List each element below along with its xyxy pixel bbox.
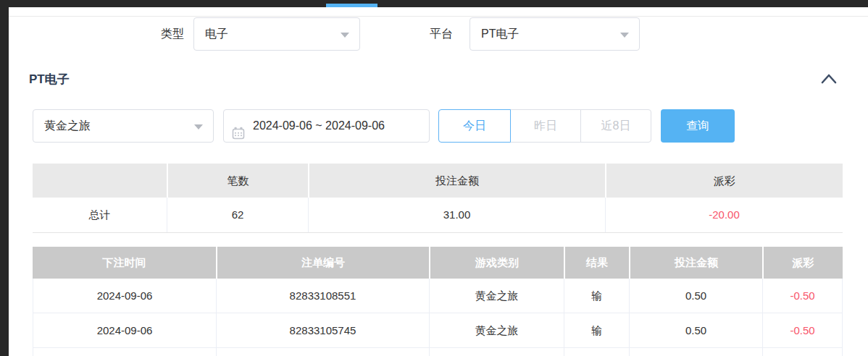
summary-table: 笔数 投注金额 派彩 总计 62 31.00 -20.00 — [33, 164, 843, 233]
detail-header-amount: 投注金额 — [629, 247, 762, 279]
summary-header-count: 笔数 — [167, 164, 308, 198]
detail-header-row: 下注时间 注单编号 游戏类别 结果 投注金额 派彩 — [33, 247, 843, 279]
summary-total-label: 总计 — [33, 198, 167, 232]
cell-result: 输 — [564, 279, 629, 313]
page: 类型 电子 平台 PT电子 PT电子 黄金之旅 — [0, 0, 868, 356]
game-select[interactable]: 黄金之旅 — [33, 109, 214, 143]
cell-bet-time: 2024-09-06 — [33, 279, 216, 313]
summary-total-row: 总计 62 31.00 -20.00 — [33, 198, 843, 233]
cell-payout: -0.50 — [762, 313, 843, 347]
detail-header-payout: 派彩 — [762, 247, 843, 279]
type-select-value: 电子 — [205, 27, 228, 40]
detail-table: 下注时间 注单编号 游戏类别 结果 投注金额 派彩 2024-09-06 828… — [33, 247, 843, 356]
cell-bet-id: 82833105745 — [216, 313, 429, 347]
date-range-value: 2024-09-06 ~ 2024-09-06 — [253, 119, 385, 132]
table-row-partial — [33, 348, 843, 356]
cell-amount: 0.50 — [629, 279, 762, 313]
table-row: 2024-09-06 82833108551 黄金之旅 输 0.50 -0.50 — [33, 279, 843, 313]
yesterday-button[interactable]: 昨日 — [510, 109, 581, 143]
collapse-chevron-icon[interactable] — [820, 72, 838, 85]
cell-payout: -0.50 — [762, 279, 843, 313]
type-select[interactable]: 电子 — [193, 17, 360, 51]
last8days-button[interactable]: 近8日 — [580, 109, 651, 143]
chevron-down-icon — [194, 124, 203, 130]
cell-bet-id: 82833108551 — [216, 279, 429, 313]
summary-total-count: 62 — [167, 198, 308, 232]
summary-header-row: 笔数 投注金额 派彩 — [33, 164, 843, 198]
detail-header-time: 下注时间 — [33, 247, 216, 279]
cell-amount: 0.50 — [629, 313, 762, 347]
detail-header-result: 结果 — [564, 247, 629, 279]
date-range-picker[interactable]: 2024-09-06 ~ 2024-09-06 — [223, 109, 430, 143]
cell-game: 黄金之旅 — [429, 313, 564, 347]
header-divider — [9, 16, 868, 17]
type-label: 类型 — [161, 17, 184, 51]
detail-header-bet-id: 注单编号 — [216, 247, 429, 279]
summary-total-amount: 31.00 — [308, 198, 605, 232]
game-select-value: 黄金之旅 — [44, 119, 91, 132]
cell-bet-time: 2024-09-06 — [33, 313, 216, 347]
platform-select[interactable]: PT电子 — [470, 17, 640, 51]
platform-label: 平台 — [430, 17, 453, 51]
summary-header-payout: 派彩 — [605, 164, 843, 198]
today-button[interactable]: 今日 — [438, 109, 511, 143]
cell-game: 黄金之旅 — [429, 279, 564, 313]
panel-title: PT电子 — [29, 71, 70, 88]
chevron-down-icon — [620, 33, 629, 38]
calendar-icon — [232, 120, 245, 152]
platform-select-value: PT电子 — [481, 27, 519, 40]
quick-date-button-group: 今日 昨日 近8日 — [438, 109, 651, 143]
search-button[interactable]: 查询 — [661, 109, 735, 143]
cell-result: 输 — [564, 313, 629, 347]
top-bar — [0, 0, 868, 7]
detail-header-game: 游戏类别 — [429, 247, 564, 279]
active-tab-indicator[interactable] — [326, 4, 377, 7]
summary-header-blank — [33, 164, 167, 198]
table-row: 2024-09-06 82833105745 黄金之旅 输 0.50 -0.50 — [33, 313, 843, 348]
summary-header-amount: 投注金额 — [308, 164, 605, 198]
summary-total-payout: -20.00 — [605, 198, 843, 232]
left-edge-bar — [0, 0, 9, 356]
chevron-down-icon — [341, 33, 349, 38]
